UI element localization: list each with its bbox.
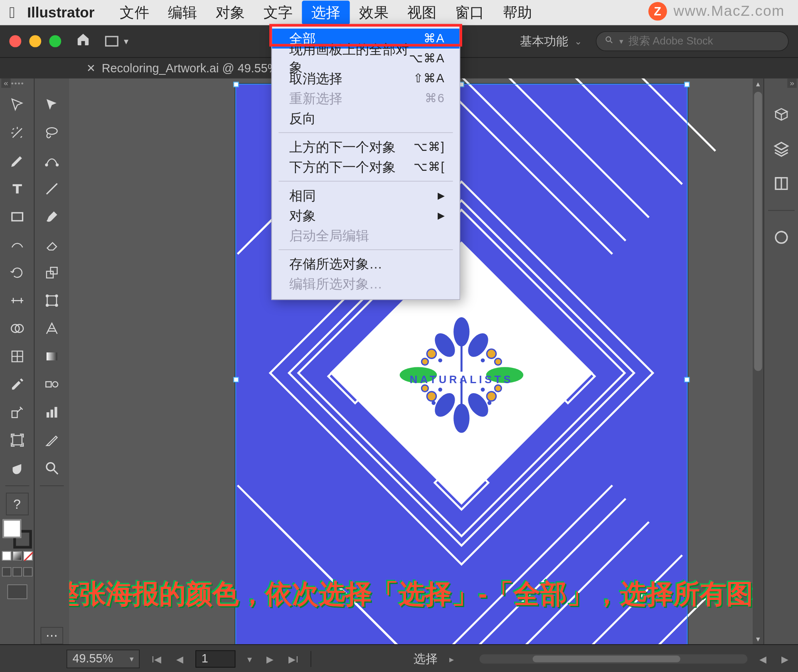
svg-rect-52: [775, 178, 781, 190]
menu-item-save-selection[interactable]: 存储所选对象…: [272, 254, 459, 274]
tab-close-icon[interactable]: ✕: [86, 62, 95, 74]
zoom-tool[interactable]: [39, 455, 65, 481]
vertical-scrollbar[interactable]: ▴ ▾: [753, 79, 764, 645]
window-zoom-button[interactable]: [49, 35, 61, 47]
color-mode-solid[interactable]: [2, 551, 11, 560]
window-minimize-button[interactable]: [29, 35, 41, 47]
color-mode-none[interactable]: [23, 551, 32, 560]
menu-edit[interactable]: 编辑: [158, 1, 206, 25]
column-graph-tool[interactable]: [39, 399, 65, 426]
curvature-tool[interactable]: [39, 148, 65, 174]
scale-tool[interactable]: [39, 259, 65, 286]
gradient-tool[interactable]: [39, 343, 65, 370]
color-mode-gradient[interactable]: [12, 551, 22, 560]
screen-mode-button[interactable]: [7, 584, 27, 599]
libraries-panel-icon[interactable]: [771, 173, 792, 194]
status-menu-icon[interactable]: ▸: [447, 653, 457, 664]
artboard-tool[interactable]: [4, 427, 30, 453]
artboard-next-icon[interactable]: ▶: [264, 653, 276, 664]
direct-selection-tool[interactable]: [39, 92, 65, 118]
menu-item-select-all-artboard[interactable]: 现用画板上的全部对象 ⌥⌘A: [272, 49, 459, 69]
artboard-number-field[interactable]: 1: [195, 650, 235, 667]
lasso-tool[interactable]: [39, 120, 65, 146]
layout-icon: [105, 36, 118, 47]
selection-tool[interactable]: [4, 92, 30, 118]
toolbar-menu-button[interactable]: ⋯: [41, 627, 63, 645]
menu-item-object[interactable]: 对象 ▶: [272, 205, 459, 225]
menu-window[interactable]: 窗口: [446, 1, 493, 25]
chevron-down-icon[interactable]: ▾: [245, 653, 255, 664]
document-layout-select[interactable]: ▾: [105, 36, 128, 47]
menu-effect[interactable]: 效果: [350, 1, 398, 25]
menu-help[interactable]: 帮助: [494, 1, 542, 25]
scroll-thumb[interactable]: [533, 655, 680, 662]
scroll-up-icon[interactable]: ▴: [753, 79, 764, 89]
paintbrush-tool[interactable]: [39, 204, 65, 230]
window-close-button[interactable]: [9, 35, 21, 47]
workspace-switcher[interactable]: 基本功能 ⌄: [520, 33, 582, 49]
rotate-tool[interactable]: [4, 259, 30, 286]
horizontal-scrollbar[interactable]: [479, 654, 747, 663]
draw-normal[interactable]: [2, 567, 11, 576]
scroll-down-icon[interactable]: ▾: [753, 634, 764, 645]
artboard-last-icon[interactable]: ▶I: [286, 653, 301, 664]
layers-panel-icon[interactable]: [771, 138, 792, 160]
menu-item-global-edit: 启动全局编辑: [272, 225, 459, 245]
search-input[interactable]: [628, 35, 780, 47]
scroll-left-icon[interactable]: ◀: [757, 653, 769, 664]
rectangle-tool[interactable]: [4, 204, 30, 230]
blend-tool[interactable]: [39, 371, 65, 398]
artboard-prev-icon[interactable]: ◀: [173, 653, 186, 664]
scroll-thumb[interactable]: [754, 92, 762, 371]
menu-item-next-above[interactable]: 上方的下一个对象 ⌥⌘]: [272, 137, 459, 157]
scroll-right-icon[interactable]: ▶: [779, 653, 791, 664]
menu-type[interactable]: 文字: [254, 1, 302, 25]
magic-wand-tool[interactable]: [4, 120, 30, 146]
home-icon[interactable]: [76, 32, 90, 51]
menu-select[interactable]: 选择: [302, 1, 350, 25]
menu-file[interactable]: 文件: [111, 1, 158, 25]
zoom-level-select[interactable]: 49.55% ▾: [66, 649, 140, 668]
type-tool[interactable]: [4, 175, 30, 202]
properties-panel-icon[interactable]: [771, 104, 792, 125]
apple-logo-icon[interactable]: : [9, 3, 15, 22]
free-transform-tool[interactable]: [39, 287, 65, 314]
svg-point-18: [56, 304, 58, 306]
fill-stroke-indicator[interactable]: [2, 519, 32, 549]
hand-tool[interactable]: [4, 455, 30, 481]
toolbox-column-2: » ⋯: [34, 79, 69, 645]
color-mode-row: [2, 551, 32, 560]
menu-item-next-below[interactable]: 下方的下一个对象 ⌥⌘[: [272, 157, 459, 177]
pen-tool[interactable]: [4, 148, 30, 174]
mesh-tool[interactable]: [4, 343, 30, 370]
edit-toolbar-button[interactable]: ?: [6, 493, 28, 515]
menu-object[interactable]: 对象: [206, 1, 254, 25]
perspective-grid-tool[interactable]: [39, 315, 65, 342]
chevron-down-icon: ▾: [130, 654, 134, 663]
svg-point-9: [46, 164, 48, 166]
menu-item-inverse[interactable]: 反向: [272, 108, 459, 128]
chevron-down-icon: ▾: [124, 36, 128, 47]
select-menu-dropdown: 全部 ⌘A 现用画板上的全部对象 ⌥⌘A 取消选择 ⇧⌘A 重新选择 ⌘6 反向…: [271, 25, 460, 300]
width-tool[interactable]: [4, 287, 30, 314]
menu-item-same[interactable]: 相同 ▶: [272, 185, 459, 205]
shaper-tool[interactable]: [4, 231, 30, 258]
menu-view[interactable]: 视图: [398, 1, 446, 25]
shape-builder-tool[interactable]: [4, 315, 30, 342]
slice-tool[interactable]: [39, 427, 65, 453]
artboard-first-icon[interactable]: I◀: [149, 653, 164, 664]
cc-libraries-icon[interactable]: [771, 227, 792, 248]
draw-behind[interactable]: [12, 567, 22, 576]
eyedropper-tool[interactable]: [4, 371, 30, 398]
line-tool[interactable]: [39, 175, 65, 202]
collapse-right-icon[interactable]: »: [787, 79, 796, 88]
watermark-badge-icon: Z: [648, 2, 667, 21]
tutorial-caption: 调整整张海报的颜色，依次选择「选择」-「全部」，选择所有图稿内容: [69, 576, 763, 613]
collapse-left-icon[interactable]: «: [1, 79, 10, 88]
search-stock-field[interactable]: ▾: [596, 31, 789, 51]
eraser-tool[interactable]: [39, 231, 65, 258]
svg-point-16: [56, 295, 58, 297]
fill-swatch-icon[interactable]: [2, 519, 21, 538]
symbol-sprayer-tool[interactable]: [4, 399, 30, 426]
draw-inside[interactable]: [23, 567, 32, 576]
